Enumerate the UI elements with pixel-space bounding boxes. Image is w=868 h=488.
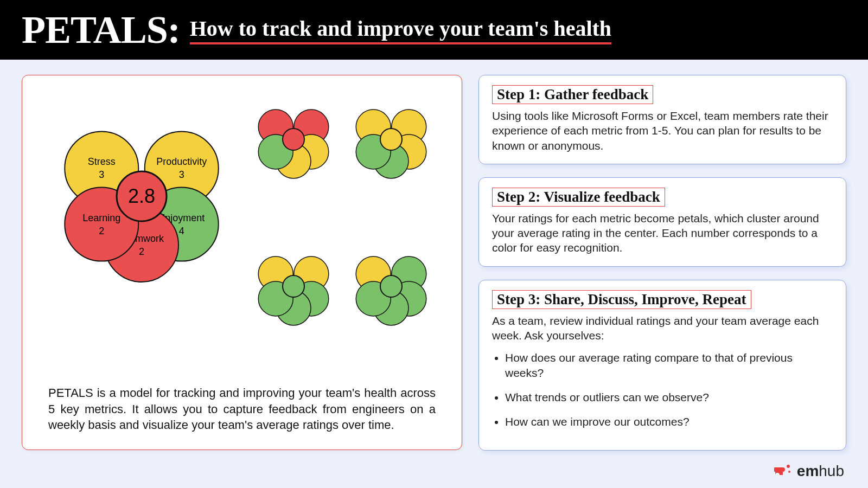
step-body: Using tools like Microsoft Forms or Exce… [492,108,833,153]
small-flowers-grid [245,91,440,385]
svg-text:3: 3 [179,169,184,180]
small-flower-3 [245,237,342,384]
page-subtitle: How to track and improve your team's hea… [190,16,611,44]
step-title: Step 3: Share, Discuss, Improve, Repeat [492,290,751,309]
bullet: How can we improve our outcomes? [505,414,833,429]
step-body: Your ratings for each metric become peta… [492,211,833,255]
page-title: PETALS: [22,8,180,53]
bullet: How does our average rating compare to t… [505,350,833,380]
main-body: Stress3Productivity3Enjoyment4Teamwork2L… [0,60,868,455]
svg-point-22 [283,129,304,150]
step-bullets: How does our average rating compare to t… [505,350,833,429]
diagram-row: Stress3Productivity3Enjoyment4Teamwork2L… [44,91,440,385]
svg-text:Learning: Learning [82,213,120,223]
step-card-2: Step 2: Visualize feedback Your ratings … [478,177,846,267]
svg-text:2: 2 [139,246,144,257]
svg-point-42 [788,471,790,473]
overview-card: Stress3Productivity3Enjoyment4Teamwork2L… [22,75,462,450]
footer-logo: emhub [774,462,844,480]
step-body: As a team, review individual ratings and… [492,313,833,429]
step-title: Step 2: Visualize feedback [492,188,665,207]
svg-point-40 [380,275,402,297]
header: PETALS: How to track and improve your te… [0,0,868,60]
bullet: What trends or outliers can we observe? [505,390,833,404]
overview-description: PETALS is a model for tracking and impro… [44,385,440,433]
svg-point-28 [380,129,402,150]
svg-text:2: 2 [99,226,104,236]
footer-brand: emhub [797,463,844,480]
steps-column: Step 1: Gather feedback Using tools like… [478,75,846,450]
small-flower-1 [245,91,342,237]
svg-point-34 [283,275,304,297]
svg-text:4: 4 [179,226,184,236]
step-body-text: As a team, review individual ratings and… [492,314,819,342]
puzzle-icon [774,462,793,480]
step-card-1: Step 1: Gather feedback Using tools like… [478,75,846,164]
small-flower-2 [342,91,440,237]
svg-text:2.8: 2.8 [128,185,155,207]
svg-text:3: 3 [99,169,104,180]
small-flower-4 [342,237,440,384]
svg-text:Productivity: Productivity [156,156,207,167]
svg-point-41 [787,465,790,468]
step-card-3: Step 3: Share, Discuss, Improve, Repeat … [478,280,846,451]
svg-text:Stress: Stress [88,156,116,167]
main-flower-diagram: Stress3Productivity3Enjoyment4Teamwork2L… [44,91,239,307]
step-title: Step 1: Gather feedback [492,85,653,104]
